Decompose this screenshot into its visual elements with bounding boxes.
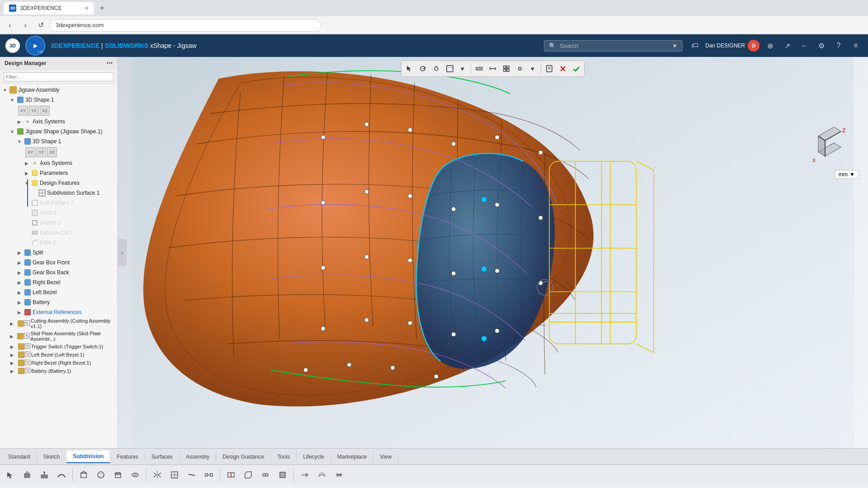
share-icon[interactable]: ⊕: [763, 39, 777, 52]
tab-standard[interactable]: Standard: [2, 451, 37, 463]
compass-button[interactable]: ▶ V.R: [25, 36, 45, 56]
sub-crease2-tool[interactable]: [184, 467, 200, 483]
tree-axis-systems2[interactable]: ▶ ⊕ Axis Systems: [0, 158, 117, 168]
icon-yz[interactable]: YZ: [29, 106, 39, 116]
search-dropdown-button[interactable]: ▼: [672, 42, 678, 49]
sub-extrude-tool[interactable]: [19, 467, 35, 483]
expand-axis2[interactable]: ▶: [24, 160, 30, 166]
sub-sphere-tool[interactable]: [93, 467, 109, 483]
sub-fill-tool[interactable]: [274, 467, 291, 483]
sub-subdivide-tool[interactable]: [166, 467, 183, 483]
tree-cutting-assembly[interactable]: ▶ ✎ Cutting Assembly (Cutting Assembly v…: [0, 317, 117, 330]
bookmark-icon[interactable]: 🏷: [688, 39, 702, 52]
sidebar-more-button[interactable]: •••: [106, 60, 113, 66]
expand-gearback[interactable]: ▶: [16, 269, 23, 276]
expand-right-bezel2[interactable]: ▶: [9, 360, 15, 366]
tree-gear-box-back[interactable]: ▶ Gear Box Back: [0, 267, 117, 277]
tab-marketplace[interactable]: Marketplace: [331, 451, 373, 463]
expand-split[interactable]: ▶: [16, 249, 23, 256]
select-tool[interactable]: [403, 62, 415, 75]
sub-weld-tool[interactable]: [257, 467, 274, 483]
icon-xz2[interactable]: XZ: [47, 147, 57, 157]
expand-battery[interactable]: ▶: [16, 299, 23, 305]
display-dropdown[interactable]: ▼: [456, 62, 469, 75]
expand-3dshape1[interactable]: ▼: [9, 97, 15, 103]
icon-xy2[interactable]: XY: [25, 147, 35, 157]
new-tab-button[interactable]: +: [96, 2, 108, 14]
sub-bevel-tool[interactable]: [240, 467, 256, 483]
close-view-button[interactable]: [557, 62, 569, 75]
render-button[interactable]: [514, 62, 526, 75]
address-bar[interactable]: 3dexperience.com: [50, 19, 321, 32]
expand-3dshape1-child[interactable]: ▼: [16, 138, 23, 145]
tree-trigger-switch[interactable]: ▶ ✎ Trigger Switch (Trigger Switch.1): [0, 343, 117, 351]
tree-jigsaw-shape[interactable]: ▼ Jigsaw Shape (Jigsaw Shape.1): [0, 127, 117, 136]
expand-left-bezel2[interactable]: ▶: [9, 352, 15, 358]
tab-lifecycle[interactable]: Lifecycle: [297, 451, 331, 463]
sub-bridge-tool[interactable]: [201, 467, 217, 483]
tree-subdivision-surface[interactable]: Subdivision Surface.1: [0, 188, 117, 198]
tree-ext-references[interactable]: ▶ External References: [0, 307, 117, 317]
tree-axis-systems1[interactable]: ▶ ⊕ Axis Systems: [0, 117, 117, 127]
tab-subdivision[interactable]: Subdivision: [66, 450, 110, 463]
accept-button[interactable]: [570, 62, 583, 75]
tab-surfaces[interactable]: Surfaces: [145, 451, 179, 463]
left-panel-toggle[interactable]: ‹: [118, 239, 127, 266]
icon-xz[interactable]: XZ: [40, 106, 50, 116]
tree-right-bezel2[interactable]: ▶ ✎ Right Bezel (Right Bezel.1): [0, 359, 117, 367]
search-box[interactable]: 🔍 ▼: [544, 40, 683, 52]
sub-torus-tool[interactable]: [127, 467, 143, 483]
expand-battery2[interactable]: ▶: [9, 368, 15, 374]
rotate-tool[interactable]: [416, 62, 429, 75]
tab-assembly[interactable]: Assembly: [179, 451, 216, 463]
tree-solid1[interactable]: Solid.1: [0, 208, 117, 218]
tree-design-features[interactable]: ▼ Design Features: [0, 178, 117, 188]
tree-battery[interactable]: ▶ Battery: [0, 297, 117, 307]
notifications-icon[interactable]: ↗: [780, 39, 794, 52]
user-avatar[interactable]: D: [748, 40, 760, 52]
tab-view[interactable]: View: [373, 451, 398, 463]
tree-gear-box-front[interactable]: ▶ Gear Box Front: [0, 258, 117, 267]
sub-box-tool[interactable]: [75, 467, 92, 483]
orientation-widget[interactable]: Z X: [811, 127, 848, 163]
expand-subdivision[interactable]: [31, 190, 37, 196]
section-button[interactable]: [473, 62, 486, 75]
expand-trigger[interactable]: ▶: [9, 343, 15, 350]
tree-sketch1[interactable]: Sketch.1: [0, 218, 117, 228]
settings-button[interactable]: [543, 62, 556, 75]
sub-smooth-tool[interactable]: [314, 467, 330, 483]
expand-jigsaw-shape[interactable]: ▼: [9, 128, 15, 135]
sub-push-pull-tool[interactable]: [36, 467, 52, 483]
unit-selector[interactable]: mm ▼: [835, 170, 859, 179]
search-input[interactable]: [560, 42, 668, 49]
sub-crease-tool[interactable]: [53, 467, 70, 483]
pan-tool[interactable]: [430, 62, 443, 75]
icon-yz2[interactable]: YZ: [36, 147, 46, 157]
expand-left-bezel[interactable]: ▶: [16, 289, 23, 296]
tree-left-bezel2[interactable]: ▶ ✎ Left Bezel (Left Bezel.1): [0, 351, 117, 359]
tab-design-guidance[interactable]: Design Guidance: [216, 451, 271, 463]
menu-icon[interactable]: ≡: [849, 39, 863, 52]
active-tab[interactable]: 3D 3DEXPERIENCE ×: [4, 2, 94, 14]
expand-cutting[interactable]: ▶: [9, 320, 15, 327]
view-all-button[interactable]: [500, 62, 513, 75]
display-mode-button[interactable]: [443, 62, 456, 75]
tree-left-bezel[interactable]: ▶ Left Bezel: [0, 287, 117, 297]
render-dropdown[interactable]: ▼: [526, 62, 539, 75]
expand-right-bezel[interactable]: ▶: [16, 279, 23, 286]
tree-skid-plate[interactable]: ▶ ✎ Skid Plate Assembly (Skid Plate Asse…: [0, 330, 117, 343]
sub-select-tool[interactable]: [2, 467, 18, 483]
tree-parameters[interactable]: ▶ Parameters: [0, 168, 117, 178]
dm-search-input[interactable]: [4, 72, 113, 81]
tree-3dshape1-child[interactable]: ▼ 3D Shape 1: [0, 136, 117, 146]
back-button[interactable]: ‹: [4, 19, 16, 32]
refresh-button[interactable]: ↺: [34, 19, 47, 32]
sub-convert-tool[interactable]: [297, 467, 313, 483]
tab-tools[interactable]: Tools: [271, 451, 297, 463]
tree-jigsaw-assembly[interactable]: ▼ Jigsaw Assembly: [0, 85, 117, 95]
tools-icon[interactable]: ⚙: [815, 39, 828, 52]
tab-features[interactable]: Features: [110, 451, 145, 463]
expand-jigsaw-assembly[interactable]: ▼: [2, 87, 8, 93]
icon-xy[interactable]: XY: [18, 106, 28, 116]
tree-split[interactable]: ▶ Split: [0, 248, 117, 258]
